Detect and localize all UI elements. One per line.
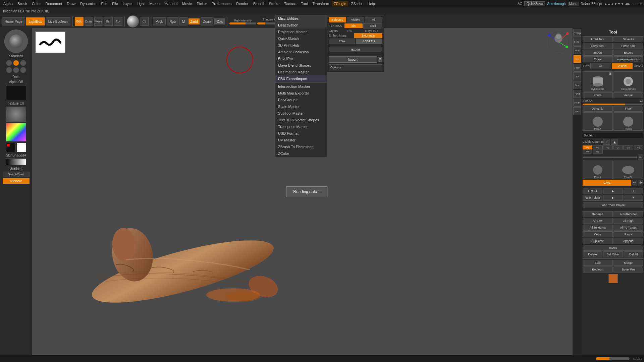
v8-btn[interactable]: V8 — [593, 150, 602, 154]
switchcolor-btn[interactable]: SwitchColor — [3, 172, 30, 177]
lightbox-btn[interactable]: LightBox — [26, 17, 45, 25]
fp-options-input[interactable] — [329, 64, 382, 70]
zsub-btn[interactable]: Zsub — [201, 17, 213, 25]
fp-bin-btn[interactable]: bin — [344, 23, 363, 28]
menu-zscript[interactable]: ZScript — [349, 1, 365, 6]
zm-projection-master[interactable]: Projection Master — [275, 28, 327, 35]
texture-preview[interactable] — [6, 107, 26, 122]
make-polymesh-btn[interactable]: Make PolyMesh3D — [613, 56, 644, 62]
floor-btn-rp[interactable]: Floor — [613, 106, 644, 112]
dot-6[interactable] — [20, 67, 26, 73]
pose-a-slider[interactable] — [583, 104, 643, 105]
copy-btn[interactable]: Copy — [583, 231, 613, 237]
merge-btn[interactable]: Merge — [613, 260, 644, 266]
material-sphere[interactable] — [127, 15, 139, 27]
menu-transform[interactable]: Transform — [310, 1, 331, 6]
menu-draw[interactable]: Draw — [65, 1, 77, 6]
add-subtool-btn[interactable]: + — [603, 139, 610, 145]
all-btn[interactable]: All — [590, 63, 611, 69]
dynamic-btn[interactable]: Dynamic — [583, 106, 613, 112]
zm-uv-master[interactable]: UV Master — [275, 137, 327, 143]
sculpt-btn[interactable]: Sclt — [573, 72, 581, 80]
gxyz-edit[interactable]: ✏ — [632, 180, 637, 185]
zm-ambient-occlusion[interactable]: Ambient Occlusion — [275, 49, 327, 55]
color-picker[interactable] — [6, 123, 26, 141]
draw-icon[interactable]: Draw — [85, 17, 93, 26]
v3-btn[interactable]: V3 — [603, 145, 613, 149]
menu-light[interactable]: Light — [135, 1, 147, 6]
v5-btn[interactable]: V5 — [623, 145, 633, 149]
gxyz-btn[interactable]: Gxyz — [583, 180, 631, 186]
import-btn[interactable]: Import — [583, 50, 613, 56]
all-low-btn[interactable]: All Low — [583, 218, 613, 224]
simplebrush-thumb[interactable]: SimpleBrush — [613, 71, 644, 92]
gradient-bar[interactable] — [6, 159, 26, 165]
scale-icon[interactable]: Scl — [104, 17, 113, 26]
dot-2[interactable] — [13, 60, 19, 66]
draw-mode-icon[interactable]: ◯ — [140, 17, 149, 26]
polyframe-btn[interactable]: PFrm — [573, 99, 581, 107]
zm-zbrush-to-photoshop[interactable]: ZBrush To Photoshop — [275, 143, 327, 150]
fp-import-btn[interactable]: Import — [329, 56, 377, 63]
fp-snormals-btn[interactable]: $Normals — [354, 33, 382, 38]
posea-thumb[interactable]: PoseA — [583, 112, 613, 131]
alternate-btn[interactable]: Alternate — [3, 178, 30, 184]
paste-btn[interactable]: Paste Tool — [613, 43, 644, 49]
v1-btn[interactable]: V1 — [583, 145, 592, 149]
zm-deactivation[interactable]: Deactivation — [275, 22, 327, 28]
menu-dynamics[interactable]: Dynamics — [78, 1, 98, 6]
zm-bevelpro[interactable]: BevelPro — [275, 55, 327, 62]
zm-transpose-master[interactable]: Transpose Master — [275, 123, 327, 130]
menu-movie[interactable]: Movie — [180, 1, 194, 6]
list-arrow-btn[interactable]: ▶ — [603, 188, 623, 194]
actual-btn[interactable]: Actual — [613, 92, 644, 98]
clone-btn[interactable]: Clone — [583, 56, 613, 62]
alpha-preview[interactable] — [6, 85, 26, 100]
see-through-label[interactable]: See-through — [547, 2, 566, 6]
shadow-btn[interactable]: Shad — [573, 46, 581, 54]
m-btn[interactable]: M — [179, 17, 187, 25]
rename-btn[interactable]: Rename — [583, 211, 613, 217]
menu-preferences[interactable]: Preferences — [210, 1, 233, 6]
menu-color[interactable]: Color — [30, 1, 43, 6]
subtool-header[interactable]: Subtool — [583, 133, 643, 138]
rgb-intensity-slider[interactable] — [229, 22, 256, 24]
menu-file[interactable]: File — [110, 1, 120, 6]
zm-polygroupit[interactable]: PolyGroupIt — [275, 97, 327, 103]
fp-tga-btn[interactable]: TGA — [329, 39, 355, 44]
zm-maya-blend-shapes[interactable]: Maya Blend Shapes — [275, 62, 327, 69]
color-swatch-white[interactable] — [17, 143, 26, 152]
rgb-btn[interactable]: Rgb — [167, 17, 178, 25]
v2-btn[interactable]: V2 — [593, 145, 602, 149]
menu-alpha[interactable]: Alpha — [1, 1, 15, 6]
del-all-btn[interactable]: Del All — [624, 251, 643, 257]
subtool-slider[interactable] — [583, 157, 637, 158]
zm-intersection-masker[interactable]: Intersection Masker — [275, 83, 327, 90]
menu-tool[interactable]: Tool — [299, 1, 310, 6]
fp-16bit-btn[interactable]: 16Bit TIF — [356, 39, 382, 44]
fp-export-btn[interactable]: Export — [329, 47, 382, 52]
poseb1-thumb[interactable]: PoseB1 — [613, 161, 644, 179]
frame-btn[interactable]: Fram — [573, 64, 581, 72]
rotate-icon[interactable]: Rot — [114, 17, 122, 26]
folder-add-btn[interactable]: + — [624, 195, 643, 201]
dot-4[interactable] — [6, 67, 12, 73]
menu-zplugin[interactable]: ZPlugin — [332, 1, 348, 6]
zm-zcolor[interactable]: ZColor — [275, 150, 327, 157]
tool-color-swatch[interactable] — [608, 274, 618, 283]
menu-picker[interactable]: Picker — [195, 1, 209, 6]
zoa-btn[interactable]: Zoa — [214, 18, 225, 24]
menu-macro[interactable]: Macro — [147, 1, 162, 6]
gxyz-settings[interactable]: ⚙ — [638, 180, 643, 185]
load-tool-btn[interactable]: Load Tool — [583, 36, 613, 42]
fp-all-btn[interactable]: All — [365, 17, 382, 22]
style-btn[interactable]: Styl — [573, 55, 581, 63]
all-high-btn[interactable]: All High — [613, 218, 644, 224]
quicksave-btn[interactable]: QuickSave — [524, 1, 545, 6]
copy-tool-btn[interactable]: Copy Tool — [583, 43, 613, 49]
menu-label[interactable]: Menu — [568, 2, 579, 6]
menu-texture[interactable]: Texture — [282, 1, 298, 6]
v4-btn[interactable]: V4 — [613, 145, 623, 149]
all-to-home-btn[interactable]: All To Home — [583, 225, 613, 231]
dot-5[interactable] — [13, 67, 19, 73]
